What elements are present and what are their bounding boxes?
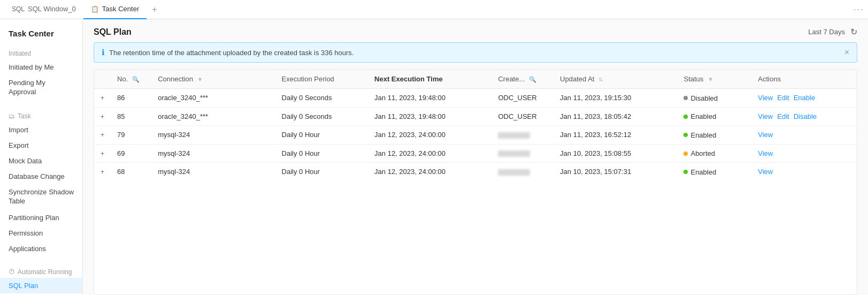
sidebar-item-label: SQL Plan [9, 282, 38, 290]
next-execution-time-cell: Jan 11, 2023, 19:48:00 [368, 89, 491, 108]
action-view[interactable]: View [758, 149, 773, 157]
connection-filter-icon[interactable]: ▼ [197, 76, 203, 82]
th-connection: Connection ▼ [151, 70, 275, 89]
th-status: Status ▼ [677, 70, 751, 89]
created-by-cell [491, 144, 554, 163]
sidebar-item-mock-data[interactable]: Mock Data [0, 153, 82, 169]
sidebar-item-label: Synchronize ShadowTable [9, 188, 74, 206]
action-disable[interactable]: Disable [794, 112, 817, 120]
page-title: SQL Plan [94, 27, 132, 37]
table-row: +68mysql-324Daily 0 HourJan 12, 2023, 24… [94, 163, 857, 181]
status-dot [683, 152, 688, 156]
banner-content: ℹ The retention time of the attachment u… [102, 48, 354, 57]
expand-button[interactable]: + [101, 168, 104, 176]
action-edit[interactable]: Edit [777, 112, 789, 120]
execution-period-cell: Daily 0 Seconds [275, 107, 368, 126]
action-view[interactable]: View [758, 94, 773, 102]
no-cell: 69 [111, 144, 151, 163]
status-dot [683, 96, 688, 100]
action-view[interactable]: View [758, 168, 773, 176]
expand-cell: + [94, 107, 111, 126]
tab-sql-window[interactable]: SQL SQL Window_0 [4, 0, 83, 19]
sidebar-item-label: Initiated by Me [9, 63, 54, 71]
sidebar-item-label: Database Change [9, 172, 65, 180]
sidebar-item-pending-approval[interactable]: Pending MyApproval [0, 75, 82, 101]
expand-button[interactable]: + [101, 150, 104, 157]
sidebar-item-label: Export [9, 141, 29, 149]
status-filter-icon[interactable]: ▼ [708, 76, 713, 82]
connection-cell: mysql-324 [151, 163, 275, 181]
sidebar-item-import[interactable]: Import [0, 122, 82, 138]
new-tab-button[interactable]: + [147, 5, 162, 14]
no-filter-icon[interactable]: 🔍 [132, 76, 140, 82]
execution-period-cell: Daily 0 Hour [275, 126, 368, 145]
action-enable[interactable]: Enable [794, 94, 815, 102]
header-right: Last 7 Days ↻ [808, 27, 857, 37]
action-view[interactable]: View [758, 112, 773, 120]
expand-cell: + [94, 126, 111, 145]
info-icon: ℹ [102, 48, 105, 57]
created-filter-icon[interactable]: 🔍 [529, 76, 536, 82]
task-section-label: 🗂 Task [0, 107, 82, 122]
actions-container: ViewEditDisable [758, 112, 850, 120]
updated-at-cell: Jan 11, 2023, 18:05:42 [554, 107, 677, 126]
updated-at-cell: Jan 11, 2023, 16:52:12 [554, 126, 677, 145]
time-filter-label[interactable]: Last 7 Days [808, 28, 845, 36]
tab-more-button[interactable]: ··· [854, 5, 864, 14]
created-by-cell: ODC_USER [491, 89, 554, 108]
actions-container: View [758, 131, 850, 139]
execution-period-cell: Daily 0 Hour [275, 144, 368, 163]
no-cell: 86 [111, 89, 151, 108]
sidebar-item-initiated-by-me[interactable]: Initiated by Me [0, 59, 82, 75]
sql-window-icon: SQL [12, 5, 25, 13]
refresh-button[interactable]: ↻ [850, 27, 857, 37]
close-banner-button[interactable]: × [844, 48, 849, 57]
expand-cell: + [94, 89, 111, 108]
action-edit[interactable]: Edit [777, 94, 789, 102]
actions-container: View [758, 168, 850, 176]
updated-sort-icon[interactable]: ⇅ [598, 77, 603, 82]
sidebar-item-permission[interactable]: Permission [0, 225, 82, 241]
expand-button[interactable]: + [101, 131, 104, 139]
sidebar-item-partitioning-plan[interactable]: Partitioning Plan [0, 210, 82, 225]
sidebar-item-label: Mock Data [9, 157, 42, 165]
actions-cell: View [751, 144, 857, 163]
sidebar-item-synchronize-shadow[interactable]: Synchronize ShadowTable [0, 184, 82, 210]
status-dot [683, 115, 688, 119]
status-dot [683, 170, 688, 174]
status-badge: Enabled [683, 112, 716, 120]
status-badge: Aborted [683, 149, 715, 157]
blurred-creator [498, 132, 530, 139]
th-expand [94, 70, 111, 89]
sidebar: Task Center Initiated Initiated by Me Pe… [0, 19, 83, 295]
execution-period-cell: Daily 0 Seconds [275, 89, 368, 108]
actions-container: ViewEditEnable [758, 94, 850, 102]
next-execution-time-cell: Jan 12, 2023, 24:00:00 [368, 163, 491, 181]
sidebar-item-sql-plan[interactable]: SQL Plan [0, 278, 82, 293]
status-cell: Disabled [677, 89, 751, 108]
next-execution-time-cell: Jan 12, 2023, 24:00:00 [368, 126, 491, 145]
banner-text: The retention time of the attachment upl… [109, 49, 354, 57]
connection-cell: oracle_3240_*** [151, 107, 275, 126]
connection-cell: mysql-324 [151, 126, 275, 145]
blurred-creator [498, 150, 530, 157]
actions-cell: ViewEditEnable [751, 89, 857, 108]
actions-container: View [758, 149, 850, 157]
next-execution-time-cell: Jan 11, 2023, 19:48:00 [368, 107, 491, 126]
sidebar-item-export[interactable]: Export [0, 138, 82, 153]
th-execution-period: Execution Period [275, 70, 368, 89]
expand-button[interactable]: + [101, 94, 104, 102]
connection-cell: mysql-324 [151, 144, 275, 163]
status-text: Enabled [690, 112, 716, 120]
actions-cell: ViewEditDisable [751, 107, 857, 126]
tab-task-center[interactable]: 📋 Task Center [83, 0, 147, 19]
expand-button[interactable]: + [101, 113, 104, 120]
sidebar-item-label: Applications [9, 245, 46, 253]
sidebar-item-database-change[interactable]: Database Change [0, 169, 82, 184]
action-view[interactable]: View [758, 131, 773, 139]
sidebar-item-applications[interactable]: Applications [0, 241, 82, 256]
task-center-icon: 📋 [91, 5, 99, 13]
tab-sql-window-label: SQL Window_0 [28, 5, 76, 13]
connection-cell: oracle_3240_*** [151, 89, 275, 108]
table-row: +85oracle_3240_***Daily 0 SecondsJan 11,… [94, 107, 857, 126]
